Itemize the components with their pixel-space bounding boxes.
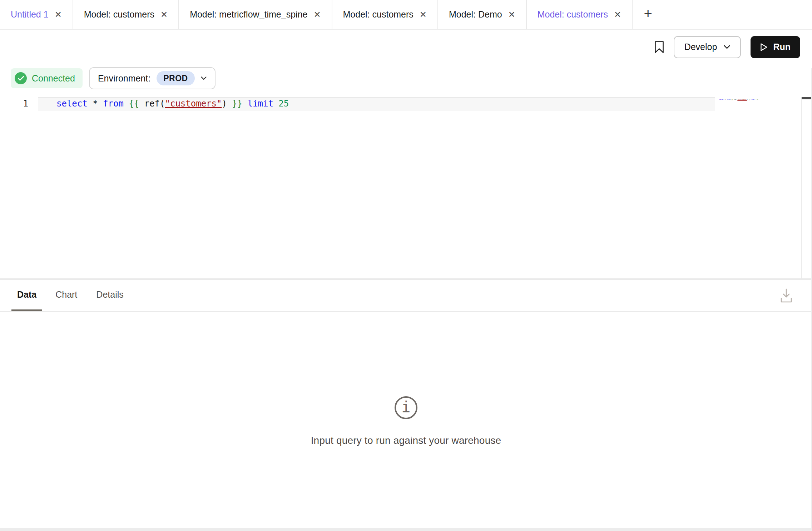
status-row: Connected Environment: PROD: [0, 64, 812, 92]
code-editor[interactable]: 1 select * from {{ ref ( "customers" ) }…: [0, 92, 812, 278]
empty-state-message: Input query to run against your warehous…: [311, 435, 501, 446]
results-panel: Data Chart Details i Input query to run …: [0, 280, 812, 528]
tab-model-customers-3[interactable]: Model: customers ✕: [527, 0, 633, 29]
code-token: }}: [232, 99, 242, 109]
close-icon[interactable]: ✕: [420, 10, 427, 19]
tab-details[interactable]: Details: [90, 280, 129, 311]
close-icon[interactable]: ✕: [313, 10, 321, 19]
environment-label: Environment:: [98, 73, 150, 84]
minimap-token: ref: [734, 99, 737, 100]
editor-scrollbar-thumb[interactable]: [802, 97, 811, 99]
close-icon[interactable]: ✕: [508, 10, 515, 19]
editor-scrollbar[interactable]: [801, 97, 811, 278]
run-button-label: Run: [773, 42, 791, 52]
tab-label: Untitled 1: [11, 9, 49, 20]
info-icon: i: [395, 396, 417, 419]
code-token: ref: [144, 99, 160, 109]
tab-data[interactable]: Data: [11, 280, 42, 311]
tab-untitled-1[interactable]: Untitled 1 ✕: [0, 0, 73, 29]
code-token: select: [56, 99, 88, 109]
window-bottom-edge: [0, 528, 812, 531]
minimap-token: limit: [751, 99, 756, 100]
code-token: [273, 99, 278, 109]
tab-label: Model: metricflow_time_spine: [190, 9, 307, 20]
plus-icon: +: [644, 6, 652, 22]
tab-bar: Untitled 1 ✕ Model: customers ✕ Model: m…: [0, 0, 812, 30]
connection-status-label: Connected: [32, 73, 75, 84]
toolbar: Develop Run: [0, 30, 812, 64]
minimap-token: 25: [756, 99, 758, 100]
results-tab-bar: Data Chart Details: [0, 280, 812, 312]
environment-selector[interactable]: Environment: PROD: [89, 67, 216, 89]
chevron-down-icon: [724, 45, 730, 49]
code-token: [88, 99, 93, 109]
run-button[interactable]: Run: [751, 36, 800, 58]
tab-chart-label: Chart: [55, 289, 77, 300]
editor-gutter: 1: [0, 97, 38, 110]
line-number: 1: [23, 99, 28, 109]
minimap-token: select: [719, 99, 724, 100]
editor-active-line[interactable]: select * from {{ ref ( "customers" ) }} …: [38, 97, 715, 110]
develop-button[interactable]: Develop: [674, 36, 741, 58]
connection-status-badge: Connected: [11, 68, 83, 88]
code-token: {{: [129, 99, 139, 109]
ref-link[interactable]: "customers": [165, 99, 222, 109]
develop-button-label: Develop: [684, 42, 717, 52]
check-icon: [15, 72, 27, 84]
tab-label: Model: customers: [538, 9, 608, 20]
tab-label: Model: customers: [84, 9, 154, 20]
close-icon[interactable]: ✕: [160, 10, 168, 19]
code-token: [242, 99, 247, 109]
environment-value-pill: PROD: [157, 71, 194, 85]
tab-model-demo[interactable]: Model: Demo ✕: [438, 0, 527, 29]
download-icon: [780, 288, 793, 303]
code-token: [98, 99, 103, 109]
code-token: [227, 99, 232, 109]
code-token: limit: [248, 99, 273, 109]
code-token: from: [103, 99, 124, 109]
code-token: 25: [278, 99, 289, 109]
close-icon[interactable]: ✕: [614, 10, 621, 19]
close-icon[interactable]: ✕: [55, 10, 62, 19]
code-token: ): [222, 99, 227, 109]
info-icon-glyph: i: [401, 398, 410, 416]
code-token: [139, 99, 144, 109]
tab-label: Model: customers: [343, 9, 414, 20]
tab-model-metricflow-time-spine[interactable]: Model: metricflow_time_spine ✕: [179, 0, 332, 29]
play-icon: [760, 43, 768, 51]
tab-data-label: Data: [17, 289, 36, 300]
bookmark-button[interactable]: [654, 41, 664, 54]
minimap[interactable]: select * from {{ ref("customers") }} lim…: [716, 95, 759, 104]
new-tab-button[interactable]: +: [633, 0, 663, 29]
empty-state: i Input query to run against your wareho…: [0, 396, 812, 446]
bookmark-icon: [654, 41, 664, 54]
tab-label: Model: Demo: [449, 9, 502, 20]
minimap-token: "customers": [737, 99, 747, 100]
tab-details-label: Details: [96, 289, 123, 300]
tab-chart[interactable]: Chart: [50, 280, 83, 311]
download-button[interactable]: [780, 288, 793, 305]
code-token: (: [160, 99, 165, 109]
chevron-down-icon: [201, 76, 207, 80]
code-token: *: [93, 99, 98, 109]
code-token: [124, 99, 129, 109]
minimap-token: from: [727, 99, 731, 100]
tab-model-customers-1[interactable]: Model: customers ✕: [73, 0, 179, 29]
tab-model-customers-2[interactable]: Model: customers ✕: [332, 0, 438, 29]
